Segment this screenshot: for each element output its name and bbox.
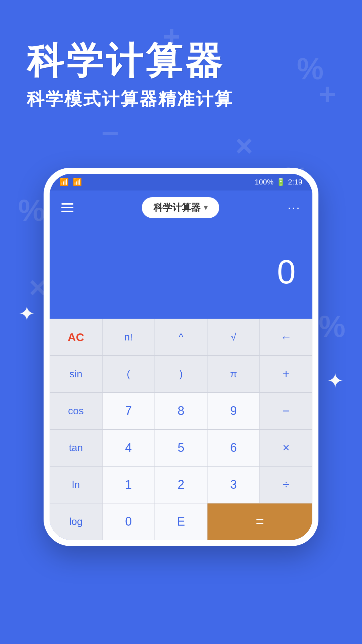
key-row-5: ln 1 2 3 ÷	[50, 466, 312, 503]
status-right: 100% 🔋 2:19	[255, 178, 302, 186]
calculator-display: 0	[50, 225, 312, 319]
key-cos[interactable]: cos	[50, 392, 102, 429]
key-tan[interactable]: tan	[50, 429, 102, 466]
key-pi[interactable]: π	[207, 356, 260, 392]
calculator-keyboard: AC n! ^ √ ← sin ( ) π + cos 7	[50, 319, 312, 540]
app-title-pill[interactable]: 科学计算器 ▾	[142, 197, 219, 218]
key-factorial[interactable]: n!	[102, 319, 155, 356]
hero-section: 科学计算器 科学模式计算器精准计算	[27, 40, 335, 111]
key-sin[interactable]: sin	[50, 356, 102, 392]
key-row-2: sin ( ) π +	[50, 356, 312, 392]
key-sqrt[interactable]: √	[207, 319, 260, 356]
key-row-6: log 0 E =	[50, 503, 312, 540]
key-ln[interactable]: ln	[50, 466, 102, 503]
key-row-1: AC n! ^ √ ←	[50, 319, 312, 356]
key-multiply[interactable]: ×	[260, 429, 312, 466]
key-row-3: cos 7 8 9 −	[50, 392, 312, 429]
menu-button[interactable]	[61, 203, 73, 212]
key-log[interactable]: log	[50, 503, 102, 540]
key-equals[interactable]: =	[207, 503, 312, 540]
status-left: 📶 📶	[60, 178, 82, 186]
phone-frame: 📶 📶 100% 🔋 2:19 科学计算器 ▾	[44, 168, 318, 546]
key-9[interactable]: 9	[207, 392, 260, 429]
wifi-icon: 📶	[73, 178, 82, 186]
phone-screen: 📶 📶 100% 🔋 2:19 科学计算器 ▾	[50, 174, 312, 540]
sim-icon: 📶	[60, 178, 69, 186]
key-backspace[interactable]: ←	[260, 319, 312, 356]
more-button[interactable]: ···	[288, 201, 301, 215]
key-0[interactable]: 0	[102, 503, 155, 540]
key-row-4: tan 4 5 6 ×	[50, 429, 312, 466]
phone-mockup: 📶 📶 100% 🔋 2:19 科学计算器 ▾	[44, 168, 318, 644]
display-value: 0	[277, 253, 296, 291]
key-5[interactable]: 5	[155, 429, 207, 466]
app-header: 科学计算器 ▾ ···	[50, 191, 312, 225]
key-3[interactable]: 3	[207, 466, 260, 503]
hero-subtitle: 科学模式计算器精准计算	[27, 88, 335, 111]
menu-line-3	[61, 211, 73, 212]
battery-percent: 100%	[255, 178, 274, 186]
key-open-paren[interactable]: (	[102, 356, 155, 392]
sparkle-right-icon: ✦	[327, 369, 344, 392]
key-power[interactable]: ^	[155, 319, 207, 356]
key-close-paren[interactable]: )	[155, 356, 207, 392]
key-4[interactable]: 4	[102, 429, 155, 466]
battery-icon: 🔋	[276, 178, 285, 186]
sparkle-left-icon: ✦	[18, 302, 35, 325]
menu-line-2	[61, 207, 73, 208]
key-ac[interactable]: AC	[50, 319, 102, 356]
key-e[interactable]: E	[155, 503, 207, 540]
hero-title: 科学计算器	[27, 40, 335, 81]
menu-line-1	[61, 203, 73, 205]
time-display: 2:19	[288, 178, 302, 186]
key-minus[interactable]: −	[260, 392, 312, 429]
key-plus[interactable]: +	[260, 356, 312, 392]
dropdown-arrow-icon: ▾	[204, 203, 207, 212]
key-7[interactable]: 7	[102, 392, 155, 429]
app-title-text: 科学计算器	[154, 201, 200, 214]
key-2[interactable]: 2	[155, 466, 207, 503]
key-6[interactable]: 6	[207, 429, 260, 466]
status-bar: 📶 📶 100% 🔋 2:19	[50, 174, 312, 191]
key-1[interactable]: 1	[102, 466, 155, 503]
key-divide[interactable]: ÷	[260, 466, 312, 503]
key-8[interactable]: 8	[155, 392, 207, 429]
